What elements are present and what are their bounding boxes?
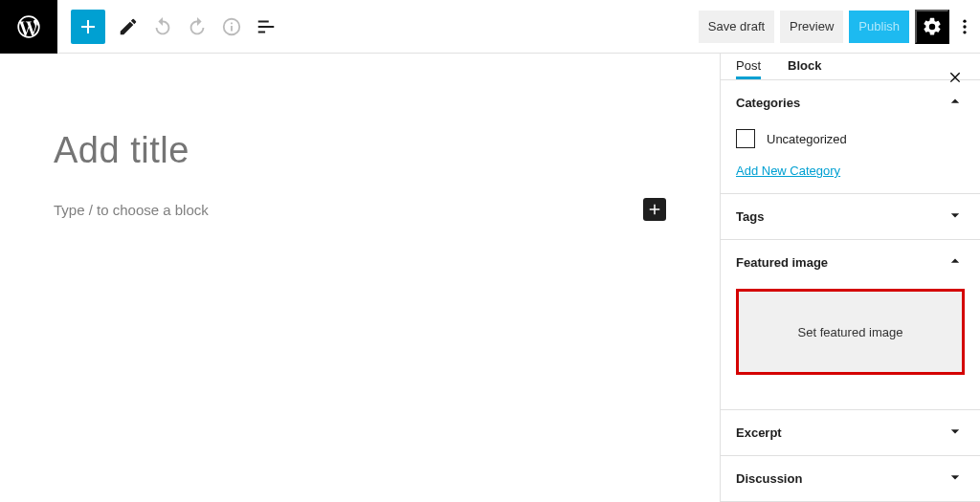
panel-title: Featured image [736, 255, 828, 270]
add-new-category-link[interactable]: Add New Category [736, 164, 840, 178]
panel-featured-image: Featured image Set featured image [721, 240, 980, 410]
tab-block[interactable]: Block [788, 54, 821, 79]
wordpress-icon [15, 13, 42, 40]
tools-button[interactable] [111, 10, 145, 44]
panel-header-tags[interactable]: Tags [721, 194, 980, 239]
panel-title: Discussion [736, 471, 802, 486]
chevron-up-icon [946, 92, 965, 114]
panel-title: Excerpt [736, 426, 782, 440]
redo-icon [187, 16, 208, 37]
save-draft-button[interactable]: Save draft [699, 11, 774, 43]
editor-canvas: Type / to choose a block [0, 54, 720, 502]
plus-icon [646, 201, 663, 218]
panel-body-categories: Uncategorized Add New Category [721, 129, 980, 193]
svg-point-0 [963, 19, 966, 22]
set-featured-image-button[interactable]: Set featured image [736, 289, 965, 375]
panel-tags: Tags [721, 194, 980, 240]
panel-header-discussion[interactable]: Discussion [721, 456, 980, 501]
settings-sidebar: Post Block Categories Uncategorized [720, 54, 980, 502]
panel-header-featured-image[interactable]: Featured image [721, 240, 980, 285]
info-button[interactable] [214, 10, 249, 44]
add-block-button[interactable] [71, 10, 105, 44]
inline-add-block-button[interactable] [643, 198, 666, 221]
panel-header-categories[interactable]: Categories [721, 80, 980, 125]
plus-icon [77, 15, 100, 38]
gear-icon [922, 16, 943, 37]
editor-inner: Type / to choose a block [54, 130, 666, 502]
top-left-group [0, 0, 283, 53]
tab-post[interactable]: Post [736, 54, 761, 79]
panel-title: Categories [736, 96, 800, 110]
publish-button[interactable]: Publish [849, 11, 909, 43]
list-icon [256, 16, 277, 37]
preview-button[interactable]: Preview [780, 11, 843, 43]
chevron-down-icon [946, 206, 965, 228]
panel-body-featured-image: Set featured image [721, 289, 980, 409]
panel-excerpt: Excerpt [721, 410, 980, 456]
svg-point-2 [963, 31, 966, 33]
more-vertical-icon [955, 17, 974, 36]
block-placeholder-text[interactable]: Type / to choose a block [54, 202, 209, 218]
undo-button[interactable] [145, 10, 180, 44]
more-options-button[interactable] [955, 10, 974, 44]
category-row: Uncategorized [736, 129, 965, 148]
pencil-icon [118, 16, 139, 37]
panel-discussion: Discussion [721, 456, 980, 502]
close-icon [947, 69, 963, 84]
panel-header-excerpt[interactable]: Excerpt [721, 410, 980, 455]
svg-point-1 [963, 25, 966, 28]
post-title-input[interactable] [54, 130, 666, 171]
top-toolbar: Save draft Preview Publish [0, 0, 980, 54]
panel-categories: Categories Uncategorized Add New Categor… [721, 80, 980, 194]
sidebar-tabs: Post Block [721, 54, 980, 80]
redo-button[interactable] [180, 10, 214, 44]
outline-button[interactable] [249, 10, 283, 44]
wordpress-logo[interactable] [0, 0, 57, 54]
chevron-down-icon [946, 468, 965, 490]
panel-title: Tags [736, 209, 764, 224]
chevron-up-icon [946, 251, 965, 273]
chevron-down-icon [946, 422, 965, 444]
undo-icon [152, 16, 173, 37]
featured-image-label: Set featured image [798, 325, 903, 339]
top-right-group: Save draft Preview Publish [699, 10, 980, 44]
default-block-row: Type / to choose a block [54, 198, 666, 221]
category-label: Uncategorized [767, 132, 847, 146]
info-icon [221, 16, 242, 37]
main-area: Type / to choose a block Post Block Cate… [0, 54, 980, 502]
editor-tools [65, 10, 283, 44]
settings-button[interactable] [915, 10, 949, 44]
close-sidebar-button[interactable] [944, 65, 967, 88]
category-checkbox[interactable] [736, 129, 755, 148]
